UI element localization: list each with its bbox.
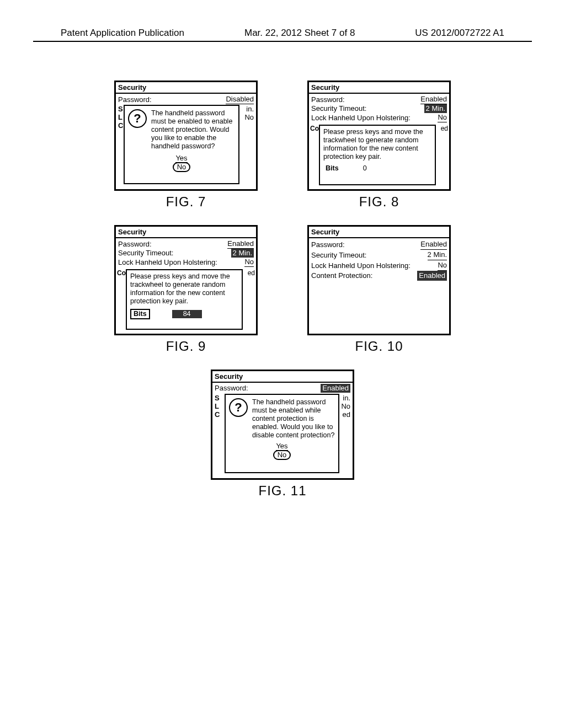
fig8-screen: Security Password: Enabled Security Time… [307, 81, 451, 191]
fig8-timeout-label: Security Timeout: [311, 104, 366, 113]
fig7-caption: FIG. 7 [166, 194, 206, 210]
fig10-lock-value[interactable]: No [438, 260, 447, 271]
fig7-bg-right: in. No [244, 105, 254, 121]
fig10-lock-label: Lock Hanheld Upon Holstering: [311, 261, 411, 271]
fig11-pw-value[interactable]: Enabled [321, 384, 350, 393]
fig8-lock-label: Lock Hanheld Upon Holstering: [311, 114, 411, 122]
fig9-bits-label: Bits [130, 309, 150, 319]
fig8-titlebar: Security [309, 82, 449, 94]
fig7-bg-left: S L C [118, 105, 123, 130]
fig9-keygen-text: Please press keys and move the trackwhee… [130, 272, 238, 306]
fig9-ed-tail: ed [248, 269, 255, 277]
fig11-caption: FIG. 11 [258, 483, 306, 499]
fig9-co-tail: Co [117, 269, 126, 277]
fig7-dialog: ? The handheld password must be enabled … [124, 105, 239, 184]
fig11-screen: Security Password: Enabled S L C in. No … [211, 370, 354, 480]
fig8-keygen-dialog: Please press keys and move the trackwhee… [319, 125, 436, 185]
fig8-bits-label: Bits [323, 164, 341, 173]
fig7-titlebar: Security [116, 82, 256, 94]
fig10-caption: FIG. 10 [355, 339, 403, 354]
fig9-timeout-label: Security Timeout: [118, 249, 173, 258]
fig8-co-tail: Co [310, 125, 319, 132]
fig9-keygen-dialog: Please press keys and move the trackwhee… [126, 269, 243, 330]
fig11-no-button[interactable]: No [273, 450, 291, 460]
fig10-cp-label: Content Protection: [311, 271, 372, 281]
fig10-timeout-value[interactable]: 2 Min. [428, 250, 447, 260]
fig7-yes-button[interactable]: Yes [175, 154, 187, 163]
fig11-bg-left: S L C [215, 394, 220, 419]
question-icon: ? [128, 109, 147, 128]
fig9-pw-value[interactable]: Enabled [227, 239, 254, 249]
fig7-screen: Security Password: Disabled S L C in. No… [114, 81, 258, 191]
fig7-no-button[interactable]: No [173, 162, 191, 172]
fig9-screen: Security Password: Enabled Security Time… [114, 225, 258, 335]
header-rule [33, 41, 532, 42]
fig11-bg-right: in. No ed [341, 394, 350, 419]
fig10-screen: Security Password: Enabled Security Time… [307, 225, 451, 335]
fig9-pw-label: Password: [118, 240, 152, 249]
fig9-timeout-value[interactable]: 2 Min. [231, 249, 254, 258]
header-date-sheet: Mar. 22, 2012 Sheet 7 of 8 [244, 28, 355, 39]
fig8-timeout-value[interactable]: 2 Min. [424, 104, 447, 113]
fig7-pw-label: Password: [118, 95, 152, 104]
fig9-titlebar: Security [116, 227, 256, 238]
fig9-lock-label: Lock Hanheld Upon Holstering: [118, 258, 217, 267]
fig11-pw-label: Password: [215, 384, 248, 393]
fig11-dialog-text: The handheld password must be enabled wh… [252, 398, 335, 440]
fig10-timeout-label: Security Timeout: [311, 250, 366, 260]
fig8-bits-value: 0 [363, 164, 367, 173]
fig11-dialog: ? The handheld password must be enabled … [225, 394, 339, 473]
fig8-ed-tail: ed [441, 125, 448, 132]
question-icon: ? [229, 398, 248, 417]
fig8-keygen-text: Please press keys and move the trackwhee… [323, 128, 431, 161]
fig9-caption: FIG. 9 [166, 339, 206, 354]
fig9-lock-value[interactable]: No [244, 258, 254, 267]
fig9-bits-value: 84 [172, 310, 202, 318]
header-publication: Patent Application Publication [61, 28, 184, 39]
fig7-pw-value[interactable]: Disabled [226, 95, 254, 104]
fig8-pw-value[interactable]: Enabled [420, 95, 447, 104]
header-pubnumber: US 2012/0072722 A1 [415, 28, 504, 39]
fig8-pw-label: Password: [311, 95, 345, 104]
fig10-pw-label: Password: [311, 240, 345, 250]
fig10-cp-value[interactable]: Enabled [417, 271, 447, 281]
fig11-titlebar: Security [212, 371, 353, 383]
fig11-yes-button[interactable]: Yes [276, 442, 287, 451]
fig10-titlebar: Security [309, 227, 449, 238]
fig7-dialog-text: The handheld password must be enabled to… [151, 109, 235, 151]
fig8-caption: FIG. 8 [359, 194, 399, 210]
fig10-pw-value[interactable]: Enabled [420, 239, 447, 250]
fig8-lock-value[interactable]: No [438, 113, 447, 122]
